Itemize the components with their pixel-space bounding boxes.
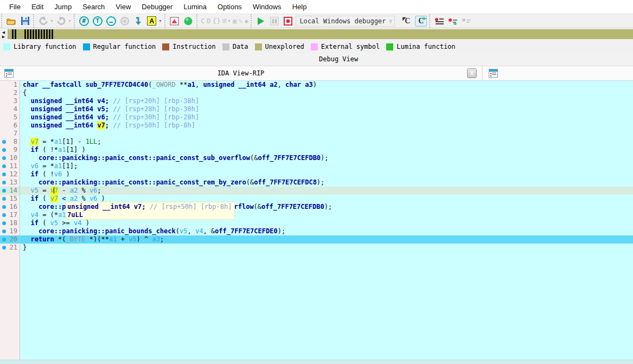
code-line-9[interactable]: 9 if ( !*a1[1] ) — [0, 146, 633, 154]
open-file-icon[interactable] — [5, 16, 17, 27]
code-text: unsigned __int64 v7; // [rsp+50h] [rbp-8… — [20, 122, 195, 130]
hash-badge-icon[interactable]: # — [78, 16, 90, 27]
menu-item-help[interactable]: Help — [287, 1, 312, 12]
code-line-11[interactable]: 11 v6 = *a1[1]; — [0, 162, 633, 170]
code-text: unsigned __int64 v6; // [rsp+30h] [rbp-2… — [20, 113, 199, 122]
line-number: 6 — [9, 122, 20, 130]
menu-item-file[interactable]: File — [4, 1, 26, 12]
code-line-18[interactable]: 18 if ( v5 >= v4 ) — [0, 219, 633, 227]
debugger-selector[interactable]: Local Windows debugger ∨ — [296, 16, 395, 27]
navigate-back-icon[interactable] — [37, 16, 49, 27]
breakpoint-panel-icon[interactable] — [169, 16, 181, 27]
create-data-icon[interactable]: D — [207, 17, 211, 25]
navband-right-arrow-icon[interactable]: ▶ — [2, 35, 5, 39]
ruler-badge-icon[interactable]: … — [105, 16, 117, 27]
jump-down-arrow-icon[interactable] — [132, 16, 144, 27]
code-line-5[interactable]: 5 unsigned __int64 v6; // [rsp+30h] [rbp… — [0, 113, 633, 122]
menu-item-edit[interactable]: Edit — [26, 1, 49, 12]
menu-item-jump[interactable]: Jump — [49, 1, 77, 12]
code-line-21[interactable]: 21} — [0, 244, 633, 252]
breakpoint-list-icon[interactable] — [433, 16, 445, 27]
legend-item: External symbol — [311, 43, 380, 50]
menu-item-options[interactable]: Options — [212, 1, 247, 12]
navigation-band-row: ◀ ▶ — [0, 28, 633, 40]
jump-address-icon[interactable] — [119, 16, 131, 27]
code-line-6[interactable]: 6 unsigned __int64 v7; // [rsp+50h] [rbp… — [0, 122, 633, 130]
address-bullet-icon — [2, 238, 6, 241]
menu-item-view[interactable]: View — [110, 1, 136, 12]
jump-toolbar-group: # T … A ▼ — [74, 14, 164, 28]
pseudocode-view[interactable]: 1char __fastcall sub_7FF7E7CD4C40(_QWORD… — [0, 81, 633, 360]
legend-swatch — [162, 43, 169, 50]
start-debugger-icon[interactable] — [255, 16, 267, 27]
text-badge-icon[interactable]: T — [92, 16, 104, 27]
code-line-10[interactable]: 10 core::panicking::panic_const::panic_c… — [0, 154, 633, 162]
line-number: 2 — [9, 89, 20, 97]
code-text: { — [20, 89, 27, 97]
code-line-12[interactable]: 12 if ( !v6 ) — [0, 170, 633, 178]
code-line-1[interactable]: 1char __fastcall sub_7FF7E7CD4C40(_QWORD… — [0, 81, 633, 89]
legend-item: Regular function — [83, 43, 156, 50]
ida-view-panel-titlebar[interactable]: IDA View-RIP X — [0, 66, 483, 80]
create-function-icon[interactable]: C — [201, 17, 205, 25]
menu-item-search[interactable]: Search — [77, 1, 110, 12]
variable-hint-tooltip: unsigned __int64 v7; // [rsp+50h] [rbp-8… — [66, 202, 235, 220]
code-text: unsigned __int64 v5; // [rsp+28h] [rbp-3… — [20, 105, 199, 113]
create-struct-icon[interactable]: {} — [212, 17, 221, 25]
selection-box-icon[interactable]: ▣ — [233, 17, 237, 25]
add-type-icon[interactable]: ⊞ — [222, 17, 227, 25]
diamond-icon[interactable]: ◆ — [245, 17, 249, 25]
forward-history-caret-icon[interactable]: ▼ — [68, 19, 72, 23]
close-icon[interactable]: X — [467, 68, 477, 78]
desktop-tab-row: Debug View — [0, 53, 633, 66]
address-bullet-icon — [2, 140, 6, 144]
resume-process-icon[interactable] — [182, 16, 194, 27]
code-line-4[interactable]: 4 unsigned __int64 v5; // [rsp+28h] [rbp… — [0, 105, 633, 113]
code-line-7[interactable]: 7 — [0, 130, 633, 138]
back-history-caret-icon[interactable]: ▼ — [50, 19, 54, 23]
address-bullet-icon — [2, 246, 6, 250]
attach-process-icon[interactable]: ◤ C — [401, 16, 413, 27]
address-bullet-icon — [2, 156, 6, 160]
line-number: 8 — [9, 138, 20, 146]
save-file-icon[interactable] — [19, 16, 31, 27]
code-line-8[interactable]: 8 v7 = *a1[1] - 1LL; — [0, 138, 633, 146]
line-number: 21 — [9, 244, 20, 252]
menu-item-lumina[interactable]: Lumina — [178, 1, 212, 12]
navigate-forward-icon[interactable] — [55, 16, 67, 27]
address-bullet-icon — [2, 173, 6, 176]
side-panel-titlebar[interactable] — [483, 66, 633, 80]
code-text: v5 = v7 - a2 % v6; — [20, 187, 101, 195]
address-bullet-icon — [2, 148, 6, 152]
legend-item: Data — [222, 43, 248, 50]
navigation-band[interactable] — [8, 29, 633, 39]
code-line-14[interactable]: 14 v5 = v7 - a2 % v6; — [0, 187, 633, 195]
navband-marks — [12, 29, 17, 39]
continue-process-icon[interactable]: C ➤ — [415, 16, 427, 27]
code-line-2[interactable]: 2{ — [0, 89, 633, 97]
code-line-19[interactable]: 19 core::panicking::panic_bounds_check(v… — [0, 227, 633, 235]
chevron-down-icon: ∨ — [389, 18, 392, 24]
code-line-20[interactable]: 20 return *(_BYTE *)(**a1 + v5) ^ a3; — [0, 235, 633, 244]
legend-item: Lumina function — [386, 43, 455, 50]
rename-icon[interactable]: A — [146, 16, 158, 27]
menu-item-windows[interactable]: Windows — [247, 1, 287, 12]
code-line-13[interactable]: 13 core::panicking::panic_const::panic_c… — [0, 178, 633, 187]
code-text: core::panicking::panic_bounds_check(v5, … — [20, 227, 285, 235]
legend-swatch — [222, 43, 229, 50]
rename-caret-icon[interactable]: ▼ — [158, 19, 162, 23]
pause-debugger-icon[interactable] — [268, 16, 280, 27]
file-toolbar-group — [1, 14, 33, 28]
legend-swatch — [255, 43, 262, 50]
navband-left-arrow-icon[interactable]: ◀ — [2, 30, 5, 34]
tab-debug-view[interactable]: Debug View — [319, 55, 358, 63]
edit-pencil-icon[interactable]: ✎ — [239, 17, 243, 25]
delete-breakpoint-icon[interactable] — [461, 16, 472, 27]
line-number: 18 — [9, 219, 20, 227]
code-text: core::panicking::panic_const::panic_cons… — [20, 154, 329, 162]
stop-debugger-icon[interactable] — [282, 16, 294, 27]
add-breakpoint-icon[interactable] — [447, 16, 459, 27]
code-line-3[interactable]: 3 unsigned __int64 v4; // [rsp+20h] [rbp… — [0, 97, 633, 105]
menu-item-debugger[interactable]: Debugger — [136, 1, 178, 12]
add-type-caret-icon[interactable]: ▼ — [227, 19, 231, 23]
